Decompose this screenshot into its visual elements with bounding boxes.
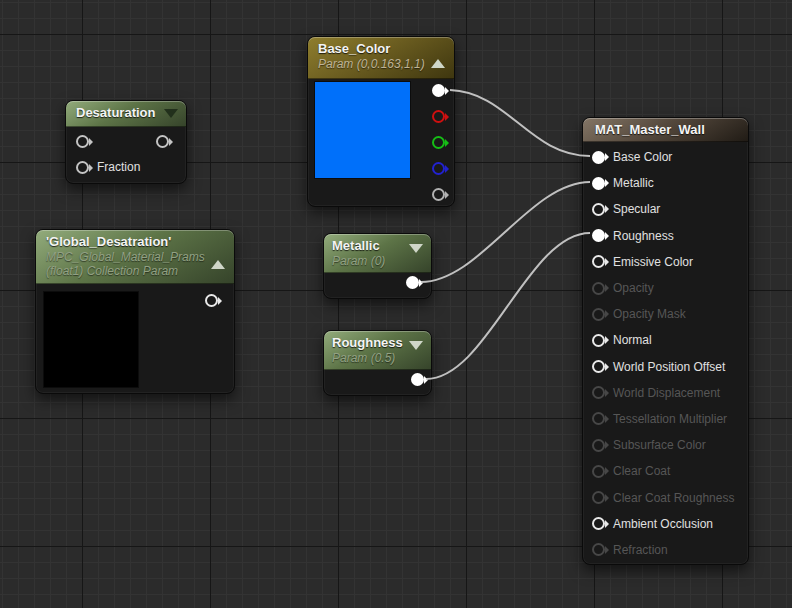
fraction-input-pin[interactable] (76, 161, 89, 174)
node-subtitle: MPC_Global_Material_Prams (float1) Colle… (46, 250, 202, 278)
material-input-label: Tessellation Multiplier (613, 412, 727, 426)
material-input-label: Opacity Mask (613, 307, 686, 321)
material-input-label: Opacity (613, 281, 654, 295)
base-color-output-pins (432, 84, 445, 201)
wire-basecolor-to-mat (450, 90, 590, 156)
collapse-arrow-icon[interactable] (211, 260, 225, 269)
green-channel-output-pin[interactable] (432, 136, 445, 149)
specular-input-pin[interactable] (592, 203, 605, 216)
node-roughness-header[interactable]: Roughness Param (0.5) (324, 331, 431, 370)
material-input-row: Ambient Occlusion (583, 511, 748, 537)
opacity-input-pin (592, 282, 605, 295)
node-title: Base_Color (318, 41, 444, 57)
world-displacement-input-pin (592, 386, 605, 399)
material-input-row: Opacity Mask (583, 301, 748, 327)
clear-coat-input-pin (592, 465, 605, 478)
opacity-mask-input-pin (592, 308, 605, 321)
material-input-label: Normal (613, 333, 652, 347)
material-input-list: Base ColorMetallicSpecularRoughnessEmiss… (583, 144, 748, 563)
material-input-label: Subsurface Color (613, 438, 706, 452)
material-input-row: World Position Offset (583, 354, 748, 380)
global-desatration-preview-swatch (43, 291, 139, 388)
material-input-label: World Displacement (613, 386, 720, 400)
node-global-desatration-header[interactable]: 'Global_Desatration' MPC_Global_Material… (36, 230, 234, 284)
alpha-channel-output-pin[interactable] (432, 188, 445, 201)
material-input-row: Refraction (583, 537, 748, 563)
metallic-input-pin[interactable] (592, 177, 605, 190)
collapse-arrow-icon[interactable] (409, 244, 423, 253)
material-input-row: Specular (583, 196, 748, 222)
roughness-input-pin[interactable] (592, 229, 605, 242)
node-base-color-header[interactable]: Base_Color Param (0,0.163,1,1) (308, 37, 454, 79)
fraction-pin-label: Fraction (97, 160, 140, 174)
node-metallic[interactable]: Metallic Param (0) (323, 233, 432, 299)
collapse-arrow-icon[interactable] (164, 109, 178, 118)
emissive-color-input-pin[interactable] (592, 255, 605, 268)
material-input-label: Ambient Occlusion (613, 517, 713, 531)
node-title: 'Global_Desatration' (46, 234, 224, 250)
material-input-row: World Displacement (583, 380, 748, 406)
material-input-label: Roughness (613, 229, 674, 243)
material-input-label: Base Color (613, 150, 672, 164)
node-global-desatration[interactable]: 'Global_Desatration' MPC_Global_Material… (35, 229, 235, 394)
material-input-row: Clear Coat Roughness (583, 484, 748, 510)
material-input-row: Roughness (583, 223, 748, 249)
node-mat-master-wall[interactable]: MAT_Master_Wall Base ColorMetallicSpecul… (582, 117, 749, 565)
material-input-label: Clear Coat Roughness (613, 491, 734, 505)
material-input-row: Base Color (583, 144, 748, 170)
node-subtitle: Param (0.5) (332, 351, 421, 365)
node-desaturation-header[interactable]: Desaturation (66, 101, 186, 127)
material-input-label: World Position Offset (613, 360, 725, 374)
clear-coat-roughness-input-pin (592, 491, 605, 504)
material-input-label: Refraction (613, 543, 668, 557)
node-desaturation[interactable]: Desaturation Fraction (65, 100, 187, 184)
collapse-arrow-icon[interactable] (431, 59, 445, 68)
node-subtitle: Param (0,0.163,1,1) (318, 57, 444, 71)
global-desatration-output-pin[interactable] (205, 294, 218, 307)
node-base-color[interactable]: Base_Color Param (0,0.163,1,1) (307, 36, 455, 207)
subsurface-color-input-pin (592, 439, 605, 452)
wire-roughness-to-mat (426, 233, 590, 379)
node-mat-master-wall-header[interactable]: MAT_Master_Wall (583, 118, 748, 142)
material-input-label: Clear Coat (613, 464, 670, 478)
node-title: Roughness (332, 335, 421, 351)
node-subtitle: Param (0) (332, 254, 421, 268)
material-input-row: Clear Coat (583, 458, 748, 484)
rgb-output-pin[interactable] (432, 84, 445, 97)
material-input-label: Metallic (613, 176, 654, 190)
node-metallic-header[interactable]: Metallic Param (0) (324, 234, 431, 273)
material-input-label: Specular (613, 202, 660, 216)
roughness-output-pin[interactable] (411, 373, 424, 386)
collapse-arrow-icon[interactable] (409, 341, 423, 350)
material-input-row: Subsurface Color (583, 432, 748, 458)
tessellation-multiplier-input-pin (592, 412, 605, 425)
base-color-preview-swatch (314, 81, 411, 179)
node-title: Desaturation (76, 105, 176, 121)
node-title: Metallic (332, 238, 421, 254)
metallic-output-pin[interactable] (406, 276, 419, 289)
base-color-input-pin[interactable] (592, 151, 605, 164)
material-input-row: Tessellation Multiplier (583, 406, 748, 432)
node-title: MAT_Master_Wall (595, 122, 738, 138)
red-channel-output-pin[interactable] (432, 110, 445, 123)
ambient-occlusion-input-pin[interactable] (592, 517, 605, 530)
material-input-row: Normal (583, 327, 748, 353)
blue-channel-output-pin[interactable] (432, 162, 445, 175)
world-position-offset-input-pin[interactable] (592, 360, 605, 373)
material-graph-canvas[interactable]: Desaturation Fraction Base_Color Param (… (0, 0, 792, 608)
material-input-label: Emissive Color (613, 255, 693, 269)
material-input-row: Opacity (583, 275, 748, 301)
desaturation-output-pin[interactable] (156, 135, 169, 148)
refraction-input-pin (592, 543, 605, 556)
node-roughness[interactable]: Roughness Param (0.5) (323, 330, 432, 396)
desaturation-input-pin[interactable] (76, 135, 89, 148)
material-input-row: Emissive Color (583, 249, 748, 275)
material-input-row: Metallic (583, 170, 748, 196)
normal-input-pin[interactable] (592, 334, 605, 347)
